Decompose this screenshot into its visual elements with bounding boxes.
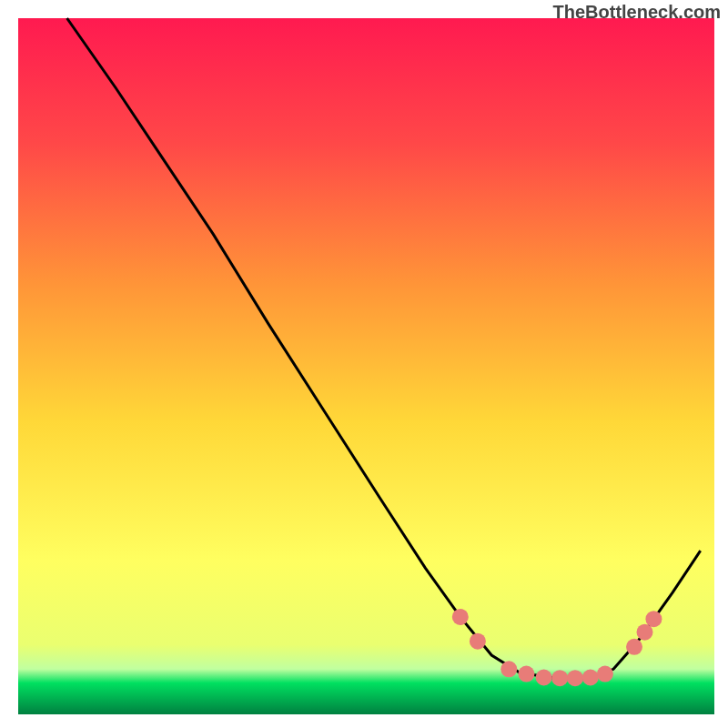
curve-marker [626,639,642,655]
curve-marker [500,661,517,677]
curve-marker [597,666,613,682]
curve-marker [582,670,599,686]
curve-marker [536,670,552,686]
curve-marker [452,609,469,625]
curve-marker [551,670,568,686]
chart-container: TheBottleneck.com [0,0,728,728]
watermark-label: TheBottleneck.com [553,2,721,23]
gradient-background [18,18,714,714]
curve-marker [518,666,534,682]
curve-marker [645,611,662,627]
bottleneck-chart [0,0,728,728]
curve-marker [567,670,583,686]
curve-marker [470,633,486,650]
